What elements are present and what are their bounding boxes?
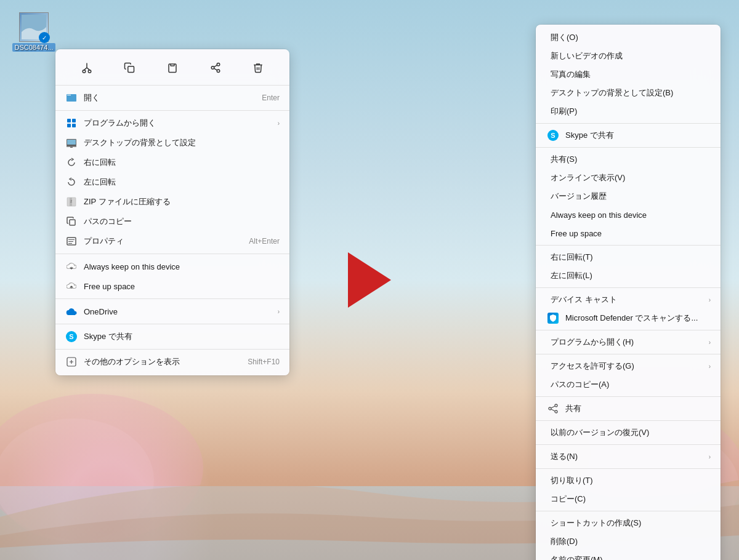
right-view-online-label: オンラインで表示(V) [546,172,711,183]
svg-rect-31 [68,243,72,244]
right-rotate-right-label: 右に回転(T) [546,252,711,263]
properties-icon [65,235,78,247]
menu-toolbar [55,53,289,86]
menu-item-open[interactable]: 開く Enter [55,88,289,108]
right-menu-item-rotate-right[interactable]: 右に回転(T) [536,248,721,266]
right-menu-item-restore-version[interactable]: 以前のバージョンの復元(V) [536,423,721,442]
right-sep-1 [536,123,721,124]
right-send-to-label: 送る(N) [546,451,709,462]
copy-toolbar-button[interactable] [118,57,140,79]
right-sep-3 [536,245,721,246]
open-shortcut: Enter [262,94,280,102]
right-menu-item-wallpaper[interactable]: デスクトップの背景として設定(B) [536,84,721,102]
svg-line-13 [214,65,217,67]
share-toolbar-button[interactable] [204,57,227,79]
menu-item-always-keep[interactable]: Always keep on this device [55,257,289,276]
cut-toolbar-button[interactable] [76,57,98,79]
right-rename-label: 名前の変更(M) [546,554,711,560]
svg-point-35 [555,410,557,413]
right-skype-label: Skype で共有 [565,130,711,141]
menu-item-zip[interactable]: Z ZIP ファイルに圧縮する [55,192,289,212]
right-sep-5 [536,330,721,330]
menu-item-free-up[interactable]: Free up space [55,276,289,296]
right-menu-item-edit-photo[interactable]: 写真の編集 [536,65,721,84]
right-wallpaper-label: デスクトップの背景として設定(B) [546,87,711,98]
right-menu-item-create-shortcut[interactable]: ショートカットの作成(S) [536,514,721,532]
menu-item-rotate-right[interactable]: 右に回転 [55,153,289,172]
right-menu-item-rename[interactable]: 名前の変更(M) [536,551,721,560]
right-copy-label: コピー(C) [546,494,711,505]
right-grant-access-label: アクセスを許可する(G) [546,361,709,372]
right-share-icon [546,404,560,414]
right-menu-item-version-history[interactable]: バージョン履歴 [536,187,721,206]
menu-item-more-options[interactable]: その他のオプションを表示 Shift+F10 [55,352,289,372]
open-with-icon [65,117,78,129]
set-wallpaper-icon [65,137,78,149]
svg-rect-16 [67,119,71,122]
svg-point-33 [555,404,557,407]
right-grant-access-arrow: › [709,363,711,370]
svg-line-37 [551,409,555,411]
right-create-shortcut-label: ショートカットの作成(S) [546,518,711,529]
defender-logo [547,313,559,324]
right-menu-item-open-with[interactable]: プログラムから開く(H) › [536,333,721,351]
right-menu-item-copy[interactable]: コピー(C) [536,490,721,508]
menu-item-copy-path[interactable]: パスのコピー [55,212,289,231]
always-keep-icon [65,260,78,273]
right-sep-7 [536,396,721,397]
paste-toolbar-button[interactable] [161,57,184,79]
delete-toolbar-button[interactable] [247,57,269,79]
menu-item-onedrive[interactable]: OneDrive › [55,302,289,321]
onedrive-icon [65,305,78,318]
menu-item-skype-share[interactable]: S Skype で共有 [55,327,289,346]
open-with-arrow: › [278,120,280,127]
svg-rect-27 [70,220,75,225]
open-with-label: プログラムから開く [84,118,273,129]
right-menu-item-view-online[interactable]: オンラインで表示(V) [536,169,721,187]
menu-item-properties[interactable]: プロパティ Alt+Enter [55,231,289,251]
right-menu-item-share[interactable]: 共有(S) [536,150,721,169]
separator-5 [55,349,289,350]
right-menu-item-new-video[interactable]: 新しいビデオの作成 [536,47,721,65]
separator-1 [55,110,289,111]
right-menu-item-skype[interactable]: S Skype で共有 [536,126,721,145]
right-menu-item-send-to[interactable]: 送る(N) › [536,447,721,466]
menu-item-open-with[interactable]: プログラムから開く › [55,113,289,133]
separator-4 [55,324,289,324]
right-menu-item-always-keep[interactable]: Always keep on this device [536,206,721,224]
right-menu-item-open[interactable]: 開く(O) [536,28,721,47]
right-restore-version-label: 以前のバージョンの復元(V) [546,427,711,438]
right-sep-10 [536,468,721,469]
desktop-icon[interactable]: ✓ DSC08474... [12,12,55,52]
right-menu-item-device-cast[interactable]: デバイス キャスト › [536,290,721,309]
onedrive-sync-badge: ✓ [39,32,50,43]
svg-text:Z: Z [70,199,72,203]
right-sep-2 [536,147,721,148]
right-menu-item-copy-path[interactable]: パスのコピー(A) [536,375,721,394]
arrow-container [348,252,391,308]
left-context-menu: 開く Enter プログラムから開く › デスクトップの背景として設定 [55,49,289,375]
skype-share-label: Skype で共有 [84,331,280,342]
right-sep-8 [536,420,721,421]
right-menu-item-grant-access[interactable]: アクセスを許可する(G) › [536,357,721,375]
right-menu-item-print[interactable]: 印刷(P) [536,102,721,121]
more-options-label: その他のオプションを表示 [84,356,235,367]
free-up-icon [65,280,78,292]
right-menu-item-rotate-left[interactable]: 左に回転(L) [536,266,721,285]
right-sep-6 [536,354,721,354]
right-sep-9 [536,444,721,445]
right-menu-item-delete[interactable]: 削除(D) [536,532,721,551]
right-open-with-arrow: › [709,339,711,346]
copy-path-label: パスのコピー [84,216,280,227]
always-keep-label: Always keep on this device [84,262,280,271]
right-menu-item-cut[interactable]: 切り取り(T) [536,471,721,490]
menu-item-set-wallpaper[interactable]: デスクトップの背景として設定 [55,133,289,153]
svg-rect-29 [68,239,75,240]
right-open-with-label: プログラムから開く(H) [546,337,709,348]
menu-item-rotate-left[interactable]: 左に回転 [55,172,289,192]
right-menu-item-share2[interactable]: 共有 [536,399,721,418]
right-free-up-label: Free up space [546,229,711,238]
right-menu-item-defender[interactable]: Microsoft Defender でスキャンする... [536,309,721,327]
free-up-label: Free up space [84,282,280,291]
right-menu-item-free-up[interactable]: Free up space [536,224,721,242]
